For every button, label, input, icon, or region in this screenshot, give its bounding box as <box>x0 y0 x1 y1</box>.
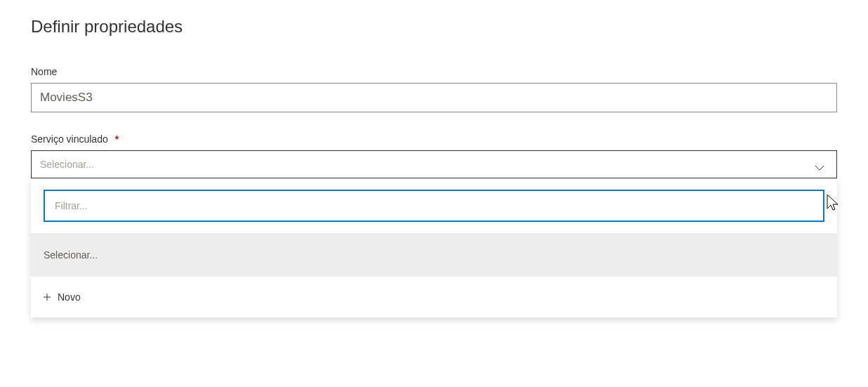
plus-icon <box>44 294 51 301</box>
name-label: Nome <box>31 66 837 77</box>
linked-service-select[interactable]: Selecionar... <box>31 150 837 178</box>
dropdown-option-label: Selecionar... <box>44 249 98 261</box>
dropdown-new-option[interactable]: Novo <box>31 277 837 317</box>
dropdown-filter-input[interactable] <box>44 190 824 222</box>
linked-service-dropdown: Selecionar... Novo <box>31 178 837 317</box>
required-indicator: * <box>115 133 119 145</box>
dropdown-filter-wrap <box>31 178 837 233</box>
linked-service-label-text: Serviço vinculado <box>31 133 108 145</box>
linked-service-select-placeholder: Selecionar... <box>40 159 94 170</box>
chevron-down-icon <box>815 162 824 173</box>
dropdown-new-label: Novo <box>58 291 81 303</box>
linked-service-label: Serviço vinculado * <box>31 133 837 145</box>
linked-service-field-group: Serviço vinculado * Selecionar... Seleci… <box>31 133 837 178</box>
dropdown-option-select[interactable]: Selecionar... <box>31 233 837 277</box>
name-input[interactable] <box>31 83 837 112</box>
name-field-group: Nome <box>31 66 837 112</box>
page-title: Definir propriedades <box>31 17 837 37</box>
